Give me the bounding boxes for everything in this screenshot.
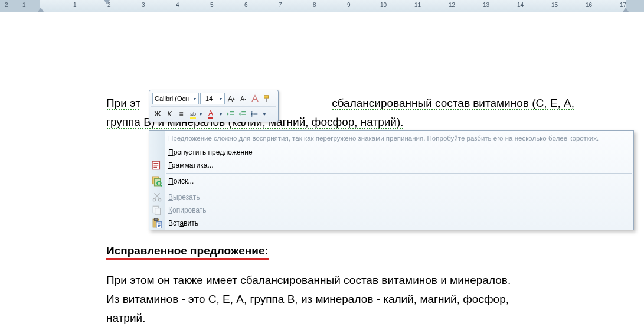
ruler-num: 6 bbox=[244, 2, 248, 8]
search-icon bbox=[152, 176, 162, 187]
decrease-indent-button[interactable] bbox=[225, 109, 236, 119]
ruler-num: 11 bbox=[414, 2, 421, 8]
bold-button[interactable]: Ж bbox=[152, 109, 163, 119]
menu-label: вить bbox=[184, 219, 198, 227]
ruler-num: 8 bbox=[313, 2, 316, 8]
format-painter-button[interactable] bbox=[261, 93, 272, 104]
chevron-down-icon[interactable]: ▼ bbox=[197, 112, 204, 116]
paragraph-corrected-line2[interactable]: Из витаминов - это С, Е, А, группа В, из… bbox=[106, 290, 509, 308]
ruler-num: 16 bbox=[586, 2, 592, 8]
styles-button[interactable] bbox=[250, 93, 260, 104]
svg-point-10 bbox=[153, 198, 156, 201]
ruler-num: 12 bbox=[449, 2, 455, 8]
paragraph-corrected-line3[interactable]: натрий. bbox=[106, 309, 145, 327]
ruler-num: 9 bbox=[347, 2, 351, 8]
svg-point-4 bbox=[251, 115, 252, 116]
ruler-num: 4 bbox=[176, 2, 179, 8]
menu-grammar[interactable]: Грамматика... bbox=[149, 159, 633, 172]
horizontal-ruler[interactable]: 2 1 1 2 3 4 5 6 7 8 9 10 11 12 13 14 15 … bbox=[0, 0, 644, 12]
chevron-down-icon[interactable]: ▼ bbox=[217, 97, 224, 101]
paste-icon bbox=[152, 218, 162, 228]
grammar-icon bbox=[152, 160, 162, 171]
scissors-icon bbox=[152, 192, 162, 202]
chevron-down-icon[interactable]: ▼ bbox=[191, 97, 198, 101]
ruler-num: 13 bbox=[483, 2, 489, 8]
ruler-num: 3 bbox=[142, 2, 145, 8]
font-name-value: Calibri (Осн bbox=[153, 95, 191, 102]
menu-copy: Копировать bbox=[149, 204, 633, 217]
ruler-num: 14 bbox=[517, 2, 524, 8]
context-menu: Предложение сложно для восприятия, так к… bbox=[149, 130, 634, 230]
font-color-button[interactable]: A bbox=[205, 109, 216, 119]
svg-rect-15 bbox=[155, 218, 158, 220]
chevron-down-icon[interactable]: ▼ bbox=[261, 112, 268, 116]
menu-cut: Вырезать bbox=[149, 191, 633, 204]
ruler-num: 5 bbox=[210, 2, 214, 8]
text-fragment: сбалансированный состав витаминов (С, Е,… bbox=[332, 97, 574, 109]
svg-rect-1 bbox=[266, 98, 267, 102]
svg-rect-13 bbox=[155, 208, 161, 215]
menu-label: рамматика... bbox=[172, 161, 214, 169]
align-center-button[interactable]: ≡ bbox=[176, 109, 187, 119]
svg-point-11 bbox=[158, 198, 161, 201]
ruler-num: 7 bbox=[279, 2, 282, 8]
svg-point-3 bbox=[251, 113, 252, 115]
ruler-num: 2 bbox=[107, 2, 111, 8]
font-name-combo[interactable]: Calibri (Осн ▼ bbox=[152, 93, 199, 104]
paragraph-corrected-line1[interactable]: При этом он также имеет сбалансированный… bbox=[106, 272, 511, 289]
menu-lookup[interactable]: Поиск... bbox=[149, 175, 633, 188]
menu-separator bbox=[166, 173, 632, 174]
grammar-suggestion-text: Предложение сложно для восприятия, так к… bbox=[149, 131, 633, 146]
italic-button[interactable]: К bbox=[164, 109, 175, 119]
svg-point-2 bbox=[251, 111, 252, 112]
bullet-list-button[interactable] bbox=[249, 109, 260, 119]
menu-label: опировать bbox=[172, 206, 207, 214]
copy-icon bbox=[152, 205, 162, 215]
heading-corrected[interactable]: Исправленное предложение: bbox=[106, 242, 269, 260]
menu-separator bbox=[166, 189, 632, 189]
chevron-down-icon[interactable]: ▼ bbox=[217, 112, 224, 116]
menu-label: ырезать bbox=[173, 193, 200, 201]
menu-label: оиск... bbox=[174, 177, 194, 185]
mini-toolbar: Calibri (Осн ▼ 14 ▼ A▴ A▾ Ж К ≡ ab ▼ A ▼ bbox=[149, 90, 279, 122]
ruler-num: 1 bbox=[73, 2, 77, 8]
menu-skip-sentence[interactable]: Пропустить предложение bbox=[149, 146, 633, 159]
ruler-num: 17 bbox=[620, 2, 626, 8]
highlight-swatch bbox=[190, 117, 196, 119]
svg-line-9 bbox=[161, 185, 162, 187]
text-fragment: При эт bbox=[106, 97, 140, 109]
ruler-num: 1 bbox=[22, 2, 26, 8]
shrink-font-button[interactable]: A▾ bbox=[238, 93, 249, 104]
font-size-combo[interactable]: 14 ▼ bbox=[200, 93, 225, 104]
ruler-num: 2 bbox=[5, 2, 8, 8]
heading-text: Исправленное предложение: bbox=[106, 244, 269, 260]
svg-rect-0 bbox=[264, 96, 269, 98]
menu-paste[interactable]: Вставить bbox=[149, 217, 633, 230]
grow-font-button[interactable]: A▴ bbox=[226, 93, 237, 104]
ruler-num: 15 bbox=[551, 2, 558, 8]
menu-label: ропустить предложение bbox=[174, 148, 253, 156]
font-size-value: 14 bbox=[201, 95, 217, 102]
increase-indent-button[interactable] bbox=[237, 109, 248, 119]
ruler-num: 10 bbox=[380, 2, 387, 8]
